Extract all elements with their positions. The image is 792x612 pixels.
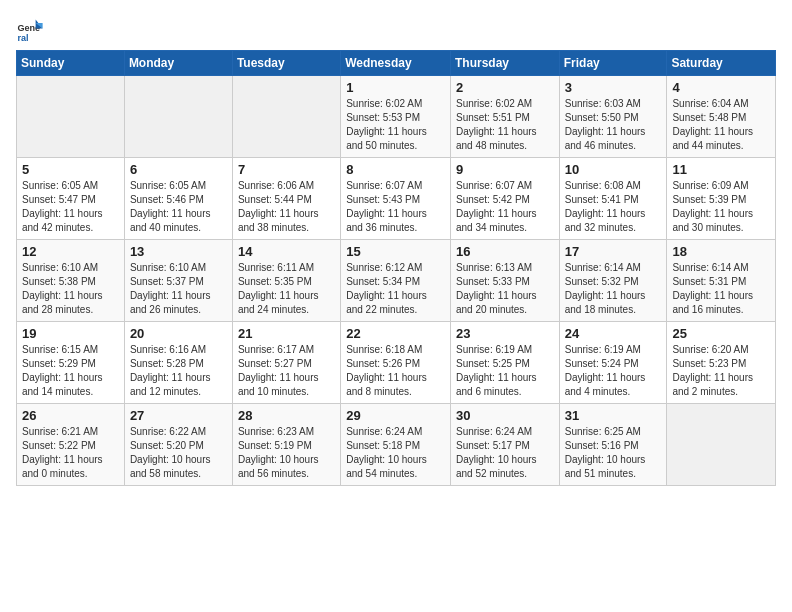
weekday-header-saturday: Saturday [667, 51, 776, 76]
day-number: 12 [22, 244, 119, 259]
day-info: Sunrise: 6:13 AM Sunset: 5:33 PM Dayligh… [456, 261, 554, 317]
calendar-cell: 12Sunrise: 6:10 AM Sunset: 5:38 PM Dayli… [17, 240, 125, 322]
day-number: 4 [672, 80, 770, 95]
day-info: Sunrise: 6:14 AM Sunset: 5:32 PM Dayligh… [565, 261, 662, 317]
day-number: 14 [238, 244, 335, 259]
calendar-cell: 7Sunrise: 6:06 AM Sunset: 5:44 PM Daylig… [232, 158, 340, 240]
day-info: Sunrise: 6:20 AM Sunset: 5:23 PM Dayligh… [672, 343, 770, 399]
weekday-header-tuesday: Tuesday [232, 51, 340, 76]
day-number: 20 [130, 326, 227, 341]
calendar-cell: 27Sunrise: 6:22 AM Sunset: 5:20 PM Dayli… [124, 404, 232, 486]
day-info: Sunrise: 6:23 AM Sunset: 5:19 PM Dayligh… [238, 425, 335, 481]
day-number: 25 [672, 326, 770, 341]
day-number: 24 [565, 326, 662, 341]
calendar-cell: 30Sunrise: 6:24 AM Sunset: 5:17 PM Dayli… [450, 404, 559, 486]
logo: Gene ral [16, 16, 46, 44]
day-number: 16 [456, 244, 554, 259]
day-info: Sunrise: 6:22 AM Sunset: 5:20 PM Dayligh… [130, 425, 227, 481]
day-info: Sunrise: 6:14 AM Sunset: 5:31 PM Dayligh… [672, 261, 770, 317]
day-info: Sunrise: 6:15 AM Sunset: 5:29 PM Dayligh… [22, 343, 119, 399]
week-row-3: 12Sunrise: 6:10 AM Sunset: 5:38 PM Dayli… [17, 240, 776, 322]
calendar-cell: 18Sunrise: 6:14 AM Sunset: 5:31 PM Dayli… [667, 240, 776, 322]
weekday-header-sunday: Sunday [17, 51, 125, 76]
day-info: Sunrise: 6:05 AM Sunset: 5:47 PM Dayligh… [22, 179, 119, 235]
calendar-cell: 1Sunrise: 6:02 AM Sunset: 5:53 PM Daylig… [341, 76, 451, 158]
header: Gene ral [16, 16, 776, 44]
calendar-cell: 17Sunrise: 6:14 AM Sunset: 5:32 PM Dayli… [559, 240, 667, 322]
calendar-cell: 15Sunrise: 6:12 AM Sunset: 5:34 PM Dayli… [341, 240, 451, 322]
calendar-cell: 6Sunrise: 6:05 AM Sunset: 5:46 PM Daylig… [124, 158, 232, 240]
day-info: Sunrise: 6:12 AM Sunset: 5:34 PM Dayligh… [346, 261, 445, 317]
calendar-cell: 8Sunrise: 6:07 AM Sunset: 5:43 PM Daylig… [341, 158, 451, 240]
day-info: Sunrise: 6:21 AM Sunset: 5:22 PM Dayligh… [22, 425, 119, 481]
calendar-cell: 28Sunrise: 6:23 AM Sunset: 5:19 PM Dayli… [232, 404, 340, 486]
day-info: Sunrise: 6:10 AM Sunset: 5:38 PM Dayligh… [22, 261, 119, 317]
weekday-header-wednesday: Wednesday [341, 51, 451, 76]
day-number: 22 [346, 326, 445, 341]
day-info: Sunrise: 6:06 AM Sunset: 5:44 PM Dayligh… [238, 179, 335, 235]
calendar-cell: 2Sunrise: 6:02 AM Sunset: 5:51 PM Daylig… [450, 76, 559, 158]
day-number: 27 [130, 408, 227, 423]
calendar-cell [124, 76, 232, 158]
day-number: 21 [238, 326, 335, 341]
calendar-cell: 14Sunrise: 6:11 AM Sunset: 5:35 PM Dayli… [232, 240, 340, 322]
day-number: 23 [456, 326, 554, 341]
day-info: Sunrise: 6:05 AM Sunset: 5:46 PM Dayligh… [130, 179, 227, 235]
page-container: Gene ral SundayMondayTuesdayWednesdayThu… [0, 0, 792, 496]
calendar-cell: 19Sunrise: 6:15 AM Sunset: 5:29 PM Dayli… [17, 322, 125, 404]
calendar-cell: 20Sunrise: 6:16 AM Sunset: 5:28 PM Dayli… [124, 322, 232, 404]
calendar-cell: 24Sunrise: 6:19 AM Sunset: 5:24 PM Dayli… [559, 322, 667, 404]
calendar-cell: 26Sunrise: 6:21 AM Sunset: 5:22 PM Dayli… [17, 404, 125, 486]
calendar-table: SundayMondayTuesdayWednesdayThursdayFrid… [16, 50, 776, 486]
calendar-cell: 21Sunrise: 6:17 AM Sunset: 5:27 PM Dayli… [232, 322, 340, 404]
day-info: Sunrise: 6:25 AM Sunset: 5:16 PM Dayligh… [565, 425, 662, 481]
calendar-cell: 9Sunrise: 6:07 AM Sunset: 5:42 PM Daylig… [450, 158, 559, 240]
day-info: Sunrise: 6:04 AM Sunset: 5:48 PM Dayligh… [672, 97, 770, 153]
calendar-cell [17, 76, 125, 158]
day-info: Sunrise: 6:18 AM Sunset: 5:26 PM Dayligh… [346, 343, 445, 399]
day-number: 29 [346, 408, 445, 423]
day-number: 3 [565, 80, 662, 95]
day-number: 13 [130, 244, 227, 259]
day-info: Sunrise: 6:19 AM Sunset: 5:25 PM Dayligh… [456, 343, 554, 399]
calendar-cell: 5Sunrise: 6:05 AM Sunset: 5:47 PM Daylig… [17, 158, 125, 240]
day-info: Sunrise: 6:24 AM Sunset: 5:17 PM Dayligh… [456, 425, 554, 481]
calendar-cell: 31Sunrise: 6:25 AM Sunset: 5:16 PM Dayli… [559, 404, 667, 486]
day-number: 1 [346, 80, 445, 95]
logo-icon: Gene ral [16, 16, 44, 44]
day-info: Sunrise: 6:07 AM Sunset: 5:43 PM Dayligh… [346, 179, 445, 235]
day-number: 5 [22, 162, 119, 177]
calendar-cell: 22Sunrise: 6:18 AM Sunset: 5:26 PM Dayli… [341, 322, 451, 404]
weekday-header-monday: Monday [124, 51, 232, 76]
day-info: Sunrise: 6:07 AM Sunset: 5:42 PM Dayligh… [456, 179, 554, 235]
day-info: Sunrise: 6:11 AM Sunset: 5:35 PM Dayligh… [238, 261, 335, 317]
svg-text:ral: ral [17, 33, 28, 43]
day-number: 26 [22, 408, 119, 423]
day-number: 10 [565, 162, 662, 177]
day-info: Sunrise: 6:19 AM Sunset: 5:24 PM Dayligh… [565, 343, 662, 399]
day-info: Sunrise: 6:16 AM Sunset: 5:28 PM Dayligh… [130, 343, 227, 399]
calendar-cell: 10Sunrise: 6:08 AM Sunset: 5:41 PM Dayli… [559, 158, 667, 240]
day-info: Sunrise: 6:17 AM Sunset: 5:27 PM Dayligh… [238, 343, 335, 399]
calendar-cell: 13Sunrise: 6:10 AM Sunset: 5:37 PM Dayli… [124, 240, 232, 322]
calendar-cell: 29Sunrise: 6:24 AM Sunset: 5:18 PM Dayli… [341, 404, 451, 486]
calendar-cell: 25Sunrise: 6:20 AM Sunset: 5:23 PM Dayli… [667, 322, 776, 404]
day-info: Sunrise: 6:03 AM Sunset: 5:50 PM Dayligh… [565, 97, 662, 153]
day-number: 17 [565, 244, 662, 259]
day-info: Sunrise: 6:10 AM Sunset: 5:37 PM Dayligh… [130, 261, 227, 317]
day-number: 2 [456, 80, 554, 95]
day-number: 19 [22, 326, 119, 341]
day-number: 15 [346, 244, 445, 259]
weekday-header-row: SundayMondayTuesdayWednesdayThursdayFrid… [17, 51, 776, 76]
week-row-4: 19Sunrise: 6:15 AM Sunset: 5:29 PM Dayli… [17, 322, 776, 404]
day-number: 28 [238, 408, 335, 423]
day-info: Sunrise: 6:09 AM Sunset: 5:39 PM Dayligh… [672, 179, 770, 235]
calendar-cell: 11Sunrise: 6:09 AM Sunset: 5:39 PM Dayli… [667, 158, 776, 240]
day-info: Sunrise: 6:08 AM Sunset: 5:41 PM Dayligh… [565, 179, 662, 235]
calendar-cell: 23Sunrise: 6:19 AM Sunset: 5:25 PM Dayli… [450, 322, 559, 404]
week-row-2: 5Sunrise: 6:05 AM Sunset: 5:47 PM Daylig… [17, 158, 776, 240]
week-row-5: 26Sunrise: 6:21 AM Sunset: 5:22 PM Dayli… [17, 404, 776, 486]
day-info: Sunrise: 6:02 AM Sunset: 5:51 PM Dayligh… [456, 97, 554, 153]
day-number: 11 [672, 162, 770, 177]
day-number: 6 [130, 162, 227, 177]
